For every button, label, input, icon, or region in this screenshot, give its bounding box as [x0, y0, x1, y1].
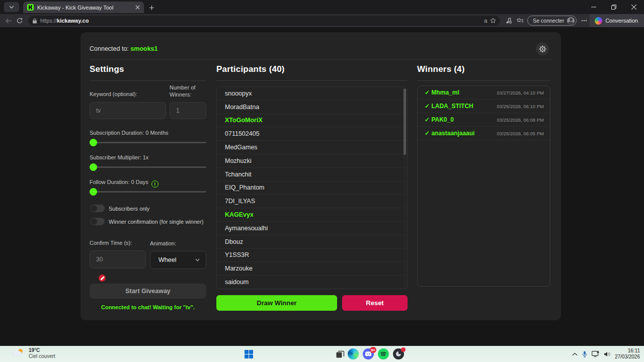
signin-button[interactable]: Se connecter	[527, 16, 577, 26]
page-content: Connected to: smooks1 Settings Keyword (…	[0, 27, 644, 346]
keyword-label: Keyword (optional):	[90, 91, 137, 97]
copilot-button[interactable]: Conversation	[590, 14, 644, 27]
browser-menu-button[interactable]	[579, 15, 590, 26]
system-tray: 16:11 27/03/2026	[572, 346, 640, 362]
participant-row: EIQ_Phantom	[217, 182, 407, 195]
refresh-button[interactable]	[14, 15, 25, 26]
sun-behind-cloud-icon	[13, 348, 25, 358]
follow-duration-slider[interactable]	[90, 191, 206, 193]
display-cast-icon[interactable]	[592, 351, 599, 357]
task-view-icon	[336, 350, 345, 358]
winner-name: ✓ Mhma_ml	[425, 89, 497, 96]
subscribers-only-label: Subscribers only	[109, 206, 149, 212]
participant-row: XToGoMoriX	[217, 114, 407, 128]
settings-underline	[90, 80, 206, 81]
tab-search-button[interactable]	[4, 2, 19, 12]
minimize-button[interactable]	[584, 0, 604, 14]
spotify-icon	[378, 348, 389, 359]
copilot-icon	[595, 17, 602, 25]
tab-close-icon[interactable]	[135, 5, 140, 10]
participant-row: 0711502405	[217, 127, 407, 141]
browser-tab[interactable]: Kickaway - Kick Giveaway Tool	[23, 2, 144, 13]
winner-timestamp: 03/27/2026, 04:10 PM	[497, 90, 544, 96]
close-icon	[631, 5, 636, 10]
window-controls	[584, 0, 644, 14]
settings-gear-button[interactable]	[536, 42, 549, 55]
favorite-star-icon[interactable]	[490, 18, 496, 24]
winner-confirmation-toggle[interactable]	[90, 218, 105, 225]
participant-row: Mozhuzki	[217, 154, 407, 168]
new-tab-button[interactable]	[147, 3, 156, 12]
restore-button[interactable]	[604, 0, 624, 14]
toggle-knob	[91, 205, 97, 212]
address-bar[interactable]: https://kickaway.co a	[28, 16, 500, 26]
notification-dot	[401, 347, 406, 352]
subscription-duration-slider[interactable]	[90, 142, 206, 143]
gear-icon	[539, 45, 546, 53]
participant-row: Aymanesoualhi	[217, 222, 407, 235]
weather-description: Ciel couvert	[29, 353, 55, 359]
slider-thumb[interactable]	[90, 188, 97, 196]
winner-row: ✓ Mhma_ml03/27/2026, 04:10 PM	[418, 86, 550, 100]
participants-heading: Participants (40)	[216, 64, 285, 74]
collections-star-icon	[517, 18, 523, 24]
winner-confirmation-label: Winner confirmation (for single winner)	[109, 219, 203, 225]
speaker-icon[interactable]	[604, 351, 610, 357]
winner-name: ✓ LADA_STITCH	[425, 103, 497, 110]
ellipsis-icon	[581, 20, 587, 22]
confirm-time-input[interactable]	[90, 250, 146, 268]
participant-row: Dbouz	[217, 235, 407, 249]
back-button[interactable]	[3, 15, 14, 26]
screen: Kickaway - Kick Giveaway Tool https://ki…	[0, 0, 644, 362]
animation-value: Wheel	[158, 256, 176, 263]
participants-list[interactable]: snooopyxMoradBatnaXToGoMoriX0711502405Me…	[216, 86, 408, 289]
discord-icon: 9+	[363, 348, 374, 359]
taskbar-spotify-button[interactable]	[377, 348, 389, 360]
edge-icon	[348, 348, 359, 359]
participant-row: KAGEvyx	[217, 208, 407, 222]
hidden-icons-chevron[interactable]	[572, 352, 578, 356]
start-giveaway-button[interactable]: Start Giveaway	[90, 284, 206, 299]
winners-underline	[417, 80, 550, 81]
clock-date: 27/03/2026	[615, 354, 640, 360]
winners-heading: Winners (4)	[417, 64, 465, 74]
taskbar-edge-button[interactable]	[347, 348, 359, 360]
winner-count-input[interactable]	[170, 102, 206, 119]
subscription-duration-label: Subscription Duration: 0 Months	[90, 130, 169, 136]
info-icon[interactable]: !	[151, 180, 158, 188]
subscribers-only-toggle[interactable]	[90, 205, 105, 212]
taskbar-discord-button[interactable]: 9+	[362, 348, 374, 360]
close-button[interactable]	[624, 0, 644, 14]
participant-row: Y1SS3R	[217, 249, 407, 262]
taskbar-clock[interactable]: 16:11 27/03/2026	[615, 348, 640, 360]
weather-widget[interactable]: 19°C Ciel couvert	[13, 347, 55, 359]
music-note-icon	[506, 18, 512, 24]
animation-select[interactable]: Wheel	[150, 251, 206, 269]
draw-winner-button[interactable]: Draw Winner	[216, 295, 337, 311]
refresh-icon	[17, 18, 23, 24]
participant-row: 7DI_ILYAS	[217, 195, 407, 208]
taskbar-app-button[interactable]	[392, 348, 405, 360]
participant-row: MedGames	[217, 141, 407, 154]
kickaway-favicon-icon	[27, 4, 34, 11]
channel-name: smooks1	[130, 45, 157, 52]
browser-toolbar: https://kickaway.co a Se connecter Conve…	[0, 14, 644, 27]
slider-thumb[interactable]	[90, 139, 97, 146]
start-button[interactable]	[243, 348, 255, 360]
participants-scrollbar-thumb[interactable]	[404, 88, 406, 155]
dark-app-icon	[393, 348, 404, 359]
windows-logo-icon	[245, 350, 253, 358]
slider-thumb[interactable]	[90, 163, 97, 171]
translate-icon[interactable]: a	[484, 18, 487, 24]
microphone-icon[interactable]	[582, 351, 587, 357]
url-text: https://kickaway.co	[40, 18, 89, 24]
media-control-icon[interactable]	[503, 15, 514, 26]
winner-name: ✓ PAK0_0	[425, 116, 497, 123]
favorites-bar-icon[interactable]	[514, 15, 525, 26]
keyword-input[interactable]	[90, 102, 166, 119]
tab-title: Kickaway - Kick Giveaway Tool	[37, 5, 132, 11]
subscriber-multiplier-slider[interactable]	[90, 166, 206, 168]
task-view-button[interactable]	[334, 348, 346, 360]
reset-button[interactable]: Reset	[342, 295, 408, 311]
chat-status-text: Connected to chat! Waiting for "tv".	[90, 304, 206, 310]
